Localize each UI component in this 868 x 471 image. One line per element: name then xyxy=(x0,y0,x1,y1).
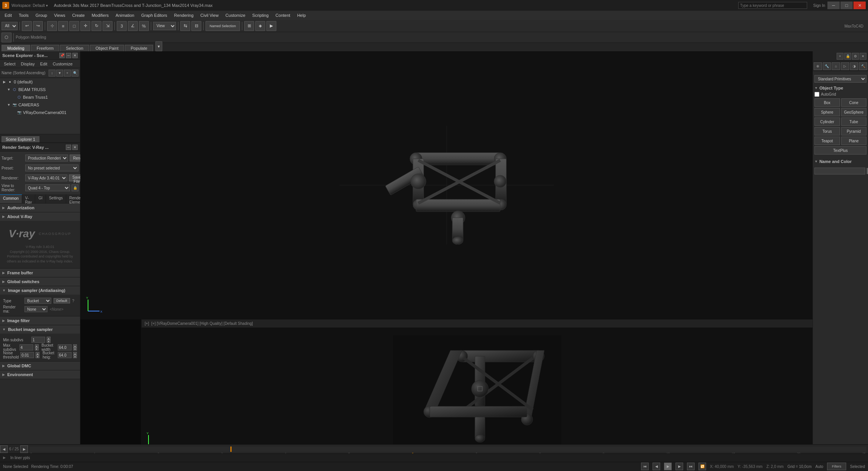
global-switches-header[interactable]: ▶ Global switches xyxy=(0,277,80,286)
viewport-top-content[interactable]: X Y xyxy=(80,51,813,319)
rp-lock-btn[interactable]: 🔒 xyxy=(844,53,851,60)
rp-box-btn[interactable]: Box xyxy=(814,98,840,107)
target-dropdown[interactable]: Production Renderi xyxy=(25,155,68,161)
preset-dropdown[interactable]: No preset selected xyxy=(25,165,78,171)
about-vray-header[interactable]: ▶ About V-Ray xyxy=(0,212,80,221)
rp-tube-btn[interactable]: Tube xyxy=(841,117,867,126)
min-subdivs-input[interactable] xyxy=(31,337,45,343)
min-subdivs-down[interactable]: ▼ xyxy=(47,340,51,343)
rp-geosphere-btn[interactable]: GeoSphere xyxy=(841,108,867,116)
menu-customize[interactable]: Customize xyxy=(222,12,248,18)
mode-tab-more-btn[interactable]: ▾ xyxy=(155,41,162,51)
noise-threshold-input[interactable] xyxy=(20,352,34,358)
bucket-width-down[interactable]: ▼ xyxy=(73,347,77,350)
polygon-modeling-btn[interactable]: ⬡ xyxy=(2,33,11,42)
playback-next-btn[interactable]: ▶ xyxy=(675,463,683,470)
tree-item-cameras[interactable]: ▼ 📷 CAMERAS xyxy=(0,101,80,109)
scene-explorer-min-btn[interactable]: ─ xyxy=(66,53,71,58)
menu-edit[interactable]: Edit xyxy=(2,12,15,18)
undo-button[interactable]: ↩ xyxy=(22,21,32,31)
workspace-dropdown[interactable]: Workspace: Default ▾ xyxy=(11,3,48,8)
frame-buffer-header[interactable]: ▶ Frame buffer xyxy=(0,269,80,277)
snap-button[interactable]: 3 xyxy=(117,21,127,31)
minimize-button[interactable]: ─ xyxy=(827,2,840,9)
view-lock-btn[interactable]: 🔒 xyxy=(72,184,78,191)
scene-menu-display[interactable]: Display xyxy=(19,61,37,67)
menu-views[interactable]: Views xyxy=(51,12,68,18)
bucket-sampler-header[interactable]: ▼ Bucket image sampler xyxy=(0,325,80,334)
rp-torus-btn[interactable]: Torus xyxy=(814,127,840,135)
image-filter-header[interactable]: ▶ Image filter xyxy=(0,316,80,325)
rp-autocreate-checkbox[interactable] xyxy=(814,92,819,97)
rp-object-type-header[interactable]: ▼ Object Type xyxy=(814,84,866,92)
scene-menu-select[interactable]: Select xyxy=(2,61,18,67)
scene-explorer-pin-btn[interactable]: 📌 xyxy=(59,53,65,58)
scene-search-btn[interactable]: 🔍 xyxy=(72,70,78,77)
menu-group[interactable]: Group xyxy=(33,12,51,18)
rp-textplus-btn[interactable]: TextPlus xyxy=(814,146,866,155)
tab-modeling[interactable]: Modeling xyxy=(2,45,30,51)
scene-menu-edit[interactable]: Edit xyxy=(38,61,50,67)
tree-expander-beam-truss[interactable]: ▼ xyxy=(6,87,11,92)
playback-start-btn[interactable]: ⏮ xyxy=(641,463,649,470)
max-subdivs-down[interactable]: ▼ xyxy=(35,347,39,350)
authorization-header[interactable]: ▶ Authorization xyxy=(0,204,80,212)
render-tab-common[interactable]: Common xyxy=(0,194,22,203)
rp-tab-display[interactable]: ◑ xyxy=(850,62,858,70)
named-selection-button[interactable]: Named Selection xyxy=(206,21,240,31)
render-button[interactable]: ▶ xyxy=(266,21,276,31)
rp-cone-btn[interactable]: Cone xyxy=(841,98,867,107)
scale-button[interactable]: ⇲ xyxy=(103,21,113,31)
bucket-width-up[interactable]: ▲ xyxy=(73,344,77,347)
rp-tab-utilities[interactable]: 🔨 xyxy=(859,62,867,70)
render-tab-gi[interactable]: GI xyxy=(35,194,46,203)
vp-camera-plus-btn[interactable]: [+] xyxy=(145,321,149,326)
scene-add-btn[interactable]: + xyxy=(64,70,71,77)
angle-snap-button[interactable]: ∠ xyxy=(128,21,138,31)
rp-close-btn[interactable]: ✕ xyxy=(860,53,866,60)
signin-link[interactable]: Sign In xyxy=(813,3,825,8)
playback-loop-btn[interactable]: 🔁 xyxy=(698,463,706,470)
layers-button[interactable]: ⊞ xyxy=(244,21,254,31)
bucket-height-input[interactable] xyxy=(58,352,72,358)
render-tab-vray[interactable]: V-Ray xyxy=(22,194,36,203)
rp-tab-create[interactable]: ⊕ xyxy=(814,62,822,70)
maximize-button[interactable]: □ xyxy=(840,2,853,9)
menu-civil-view[interactable]: Civil View xyxy=(197,12,222,18)
min-subdivs-up[interactable]: ▲ xyxy=(47,337,51,340)
image-sampler-header[interactable]: ▼ Image sampler (Antialiasing) xyxy=(0,286,80,295)
tree-item-default[interactable]: ▶ ● 0 (default) xyxy=(0,78,80,86)
max-subdivs-up[interactable]: ▲ xyxy=(35,344,39,347)
search-input[interactable] xyxy=(738,2,807,9)
rotate-button[interactable]: ↻ xyxy=(91,21,101,31)
timeline-forward-btn[interactable]: ▶ xyxy=(20,445,28,453)
noise-threshold-up[interactable]: ▲ xyxy=(36,352,39,355)
render-tab-settings[interactable]: Settings xyxy=(46,194,66,203)
tree-item-vray-dome[interactable]: ▶ 📷 VRayDomeCamera001 xyxy=(0,109,80,116)
sampler-type-dropdown[interactable]: Bucket xyxy=(24,298,51,304)
scene-explorer-close-btn[interactable]: ✕ xyxy=(72,53,78,58)
renderer-dropdown[interactable]: V-Ray Adv 3.40.01 xyxy=(25,174,67,181)
menu-tools[interactable]: Tools xyxy=(16,12,32,18)
menu-scripting[interactable]: Scripting xyxy=(249,12,272,18)
scene-sort-btn[interactable]: ↕ xyxy=(49,70,55,77)
bucket-width-input[interactable] xyxy=(58,344,72,350)
viewport-camera-content[interactable]: X Y xyxy=(142,328,813,453)
select-by-name-button[interactable]: ≡ xyxy=(58,21,68,31)
playback-end-btn[interactable]: ⏭ xyxy=(687,463,695,470)
menu-modifiers[interactable]: Modifiers xyxy=(88,12,112,18)
align-button[interactable]: ⊟ xyxy=(191,21,201,31)
menu-content[interactable]: Content xyxy=(272,12,294,18)
select-button[interactable]: ⊹ xyxy=(47,21,57,31)
move-button[interactable]: ✛ xyxy=(80,21,90,31)
tab-freeform[interactable]: Freeform xyxy=(31,45,60,51)
global-dmc-header[interactable]: ▶ Global DMC xyxy=(0,362,80,370)
noise-threshold-down[interactable]: ▼ xyxy=(36,355,39,358)
rp-primitives-dropdown[interactable]: Standard Primitives xyxy=(814,75,866,83)
rp-tab-hierarchy[interactable]: ⌂ xyxy=(832,62,840,70)
playback-play-btn[interactable]: ▶ xyxy=(664,463,672,470)
menu-animation[interactable]: Animation xyxy=(113,12,137,18)
rect-select-button[interactable]: □ xyxy=(69,21,79,31)
rp-name-input[interactable] xyxy=(814,168,865,174)
redo-button[interactable]: ↪ xyxy=(33,21,43,31)
